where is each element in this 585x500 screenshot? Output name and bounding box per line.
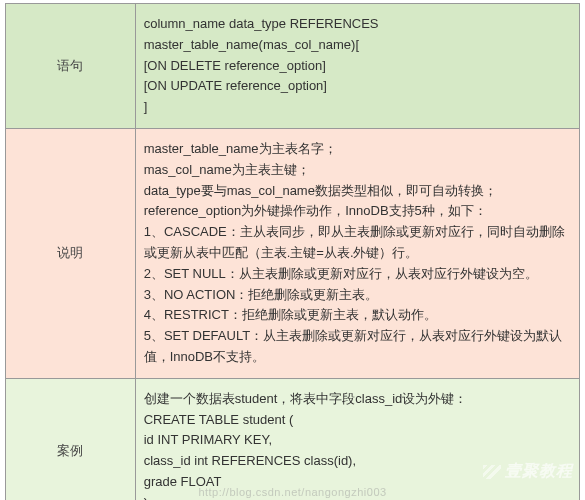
row-content-description: master_table_name为主表名字； mas_col_name为主表主… — [135, 128, 579, 378]
row-label-syntax: 语句 — [6, 4, 136, 129]
text-line: reference_option为外键操作动作，InnoDB支持5种，如下： — [144, 201, 571, 222]
text-line: 1、CASCADE：主从表同步，即从主表删除或更新对应行，同时自动删除或更新从表… — [144, 222, 571, 264]
definition-table: 语句 column_name data_type REFERENCES mast… — [5, 3, 580, 500]
text-line: data_type要与mas_col_name数据类型相似，即可自动转换； — [144, 181, 571, 202]
text-line: ] — [144, 97, 571, 118]
table-row: 案例 创建一个数据表student，将表中字段class_id设为外键： CRE… — [6, 378, 580, 500]
table-row: 说明 master_table_name为主表名字； mas_col_name为… — [6, 128, 580, 378]
text-line: 3、NO ACTION：拒绝删除或更新主表。 — [144, 285, 571, 306]
text-line: column_name data_type REFERENCES master_… — [144, 14, 571, 56]
table-row: 语句 column_name data_type REFERENCES mast… — [6, 4, 580, 129]
row-label-description: 说明 — [6, 128, 136, 378]
text-line: [ON UPDATE reference_option] — [144, 76, 571, 97]
text-line: grade FLOAT — [144, 472, 571, 493]
row-content-example: 创建一个数据表student，将表中字段class_id设为外键： CREATE… — [135, 378, 579, 500]
text-line: 4、RESTRICT：拒绝删除或更新主表，默认动作。 — [144, 305, 571, 326]
text-line: 5、SET DEFAULT：从主表删除或更新对应行，从表对应行外键设为默认值，I… — [144, 326, 571, 368]
text-line: 创建一个数据表student，将表中字段class_id设为外键： — [144, 389, 571, 410]
row-label-example: 案例 — [6, 378, 136, 500]
text-line: id INT PRIMARY KEY, — [144, 430, 571, 451]
text-line: 2、SET NULL：从主表删除或更新对应行，从表对应行外键设为空。 — [144, 264, 571, 285]
text-line: mas_col_name为主表主键； — [144, 160, 571, 181]
text-line: master_table_name为主表名字； — [144, 139, 571, 160]
text-line: class_id int REFERENCES class(id), — [144, 451, 571, 472]
text-line: CREATE TABLE student ( — [144, 410, 571, 431]
row-content-syntax: column_name data_type REFERENCES master_… — [135, 4, 579, 129]
text-line: [ON DELETE reference_option] — [144, 56, 571, 77]
text-line: ) — [144, 493, 571, 500]
